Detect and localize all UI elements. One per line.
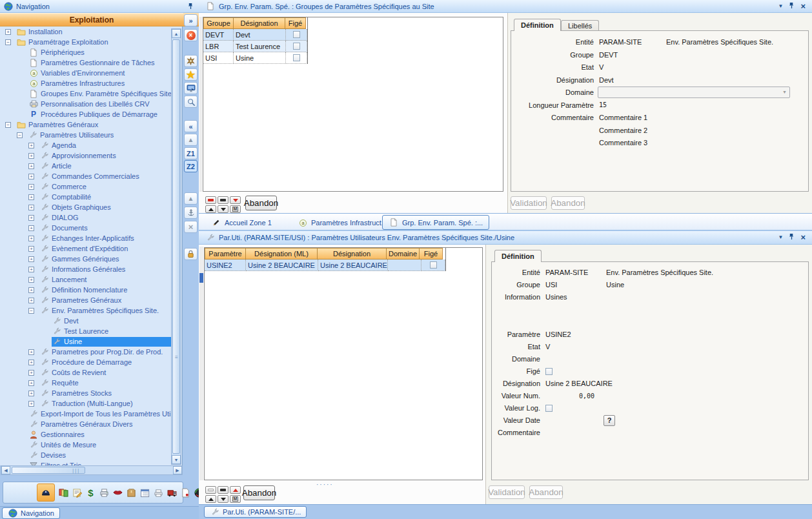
fige-checkbox[interactable] xyxy=(545,368,553,375)
table-cell[interactable]: USINE2 xyxy=(205,260,246,271)
dollar-icon[interactable]: $ xyxy=(85,487,97,499)
tree-expander[interactable]: + xyxy=(28,153,34,159)
tab-definition[interactable]: Définition xyxy=(494,250,542,262)
table-cell[interactable]: LBR xyxy=(203,41,234,52)
tree-expander[interactable]: + xyxy=(28,277,34,283)
tree-item-couts-de-revient[interactable]: +Coûts de Revient xyxy=(0,367,171,378)
scrollbar-thumb[interactable]: ≡ xyxy=(172,39,180,454)
zone-tab-grp-env-param-spe[interactable]: Grp. Env. Param. Spé. :... xyxy=(382,215,489,230)
tree-expander[interactable]: − xyxy=(5,122,11,128)
tab-navigation[interactable]: Navigation xyxy=(2,507,60,519)
tree-item-export-import-de-tous-les-parametres-utilisa[interactable]: Export-Import de Tous les Paramètres Uti… xyxy=(0,409,171,419)
date-helper-button[interactable]: ? xyxy=(604,415,615,426)
tree-item-devt[interactable]: Devt xyxy=(0,316,171,326)
fige-checkbox[interactable] xyxy=(293,54,300,61)
fige-checkbox[interactable] xyxy=(293,31,300,38)
tree-item-env-parametres-specifiques-site[interactable]: −Env. Paramètres Spécifiques Site. xyxy=(0,305,171,316)
table-cell-fige[interactable] xyxy=(286,52,307,64)
tree-expander[interactable]: + xyxy=(28,194,34,200)
tree-item-test-laurence[interactable]: Test Laurence xyxy=(0,326,171,336)
table-cell-fige[interactable] xyxy=(286,41,307,52)
column-header-designation[interactable]: Désignation xyxy=(317,248,387,260)
tree-expander[interactable]: + xyxy=(28,287,34,293)
column-header-parametre[interactable]: Paramètre xyxy=(205,248,246,260)
zone-2-button[interactable]: Z2 xyxy=(184,160,198,172)
record-tri-down-button[interactable] xyxy=(218,205,228,213)
tab-definition[interactable]: Définition xyxy=(514,19,561,31)
abandon-button[interactable]: Abandon xyxy=(243,485,275,500)
pin-icon[interactable] xyxy=(789,233,795,241)
record-red-tri-up-button[interactable] xyxy=(230,486,241,494)
tree-expander[interactable]: + xyxy=(28,236,34,241)
abandon-button-2[interactable]: Abandon xyxy=(529,485,563,499)
table-cell[interactable]: Usine 2 BEAUCAIRE xyxy=(318,260,388,271)
tree-expander[interactable]: + xyxy=(28,163,34,169)
tree-item-filtres-et-tris[interactable]: Filtres et Tris xyxy=(0,460,171,465)
collapse-icon[interactable]: ▼ xyxy=(778,234,783,240)
tree-expander[interactable]: + xyxy=(28,143,34,148)
tree-expander[interactable]: + xyxy=(28,205,34,210)
close-icon[interactable]: × xyxy=(800,3,806,10)
table-cell[interactable]: Devt xyxy=(234,29,286,41)
lips-icon[interactable] xyxy=(112,487,124,499)
column-header-groupe[interactable]: Groupe xyxy=(203,17,234,29)
fige-checkbox[interactable] xyxy=(430,261,437,269)
valeur-log-checkbox[interactable] xyxy=(545,405,553,412)
note-icon[interactable] xyxy=(71,487,83,499)
tree-item-parametres-generaux[interactable]: −Paramètres Généraux xyxy=(0,119,171,130)
tree-item-objets-graphiques[interactable]: +Objets Graphiques xyxy=(0,202,171,212)
helmet-icon[interactable] xyxy=(37,483,55,502)
tree-item-informations-generales[interactable]: +Informations Générales xyxy=(0,264,171,274)
tree-item-variables-d-environnement[interactable]: aVariables d'Environnement xyxy=(0,68,171,78)
tree-expander[interactable]: + xyxy=(28,360,34,365)
document-red-icon[interactable] xyxy=(179,487,192,499)
calendar-icon[interactable] xyxy=(139,487,151,499)
tree-item-requete[interactable]: +Requête xyxy=(0,378,171,388)
arrow-up-2-button[interactable]: ▲ xyxy=(184,192,198,205)
tree-item-commandes-commerciales[interactable]: +Commandes Commerciales xyxy=(0,171,171,181)
tree-expander[interactable]: + xyxy=(28,401,34,407)
tree-item-procedure-de-demarrage[interactable]: +Procédure de Démarrage xyxy=(0,357,171,367)
zone-tab-parametres-infrastruct[interactable]: aParamètres Infrastruct... xyxy=(292,216,393,229)
tree-item-commerce[interactable]: +Commerce xyxy=(0,181,171,192)
pin-icon[interactable] xyxy=(188,3,194,11)
close-icon[interactable]: × xyxy=(800,234,806,241)
column-header-fige[interactable]: Figé xyxy=(285,17,306,29)
monitor-button[interactable] xyxy=(184,82,198,94)
column-header-fige[interactable]: Figé xyxy=(419,248,443,260)
table-row[interactable]: USIUsine xyxy=(203,52,307,64)
record-tri-down-button[interactable] xyxy=(218,495,228,503)
delete-button[interactable]: × xyxy=(184,221,198,233)
tree-item-parametres-gestionnaire-de-taches[interactable]: Paramètres Gestionnaire de Tâches xyxy=(0,57,171,68)
tree-expander[interactable]: + xyxy=(28,256,34,262)
table-row[interactable]: LBRTest Laurence xyxy=(203,41,307,52)
tree-horizontal-scrollbar[interactable]: ◀ ▶ ∣∣∣ xyxy=(1,465,183,475)
search-button[interactable] xyxy=(184,96,198,108)
anchor-button[interactable] xyxy=(184,207,198,219)
package-icon[interactable] xyxy=(125,487,137,499)
tree-item-installation[interactable]: +Installation xyxy=(0,26,171,37)
tree-item-agenda[interactable]: +Agenda xyxy=(0,140,171,150)
record-tri-up-button[interactable] xyxy=(205,205,216,213)
tree-item-parametres-utilisateurs[interactable]: −Paramètres Utilisateurs xyxy=(0,130,171,140)
record-m-button[interactable]: M xyxy=(230,495,241,503)
abandon-button-2[interactable]: Abandon xyxy=(551,196,585,210)
table-cell[interactable]: Usine xyxy=(234,52,286,64)
scroll-up-button[interactable]: ▲ xyxy=(172,29,181,38)
tree-expander[interactable]: + xyxy=(28,298,34,303)
scroll-down-button[interactable]: ▼ xyxy=(172,455,181,464)
table-cell-fige[interactable] xyxy=(421,260,445,271)
table-cell-fige[interactable] xyxy=(286,29,307,41)
tree-item-groupes-env-parametre-specifiques-site[interactable]: Groupes Env. Paramètre Spécifiques Site xyxy=(0,88,171,99)
fax-icon[interactable] xyxy=(98,487,110,499)
tree-expander[interactable]: + xyxy=(28,267,34,272)
zone-tab-accueil-zone-1[interactable]: Accueil Zone 1 xyxy=(205,216,278,229)
tree-item-comptabilite[interactable]: +Comptabilité xyxy=(0,192,171,202)
compass-button[interactable] xyxy=(184,55,198,67)
record-m-button[interactable]: M xyxy=(230,205,241,213)
record-gray-bar-button[interactable] xyxy=(205,486,216,494)
tree-expander[interactable]: + xyxy=(28,370,34,376)
table-cell[interactable]: DEVT xyxy=(203,29,234,41)
record-red-bar-button[interactable] xyxy=(205,196,216,204)
tree-item-traduction-multi-langue[interactable]: +Traduction (Multi-Langue) xyxy=(0,398,171,409)
